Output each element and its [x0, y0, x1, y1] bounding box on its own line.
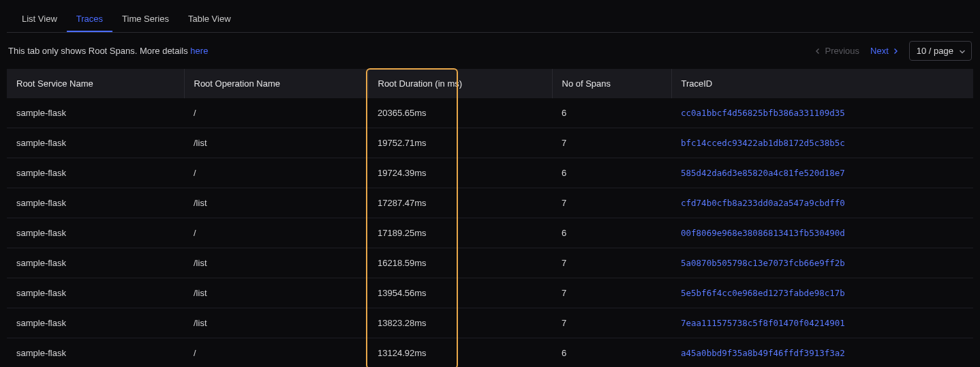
next-button[interactable]: Next	[870, 46, 898, 56]
chevron-down-icon	[959, 48, 964, 54]
cell-operation: /list	[184, 248, 368, 278]
cell-service: sample-flask	[7, 158, 184, 188]
cell-service: sample-flask	[7, 128, 184, 158]
info-bar: This tab only shows Root Spans. More det…	[7, 33, 973, 69]
cell-traceid: bfc14ccedc93422ab1db8172d5c38b5c	[671, 128, 973, 158]
header-traceid[interactable]: TraceID	[671, 69, 973, 98]
chevron-right-icon	[893, 48, 898, 54]
trace-link[interactable]: bfc14ccedc93422ab1db8172d5c38b5c	[681, 138, 845, 148]
table-row[interactable]: sample-flask/20365.65ms6cc0a1bbcf4d56825…	[7, 98, 973, 128]
trace-link[interactable]: 5a0870b505798c13e7073fcb66e9ff2b	[681, 258, 845, 268]
table-row[interactable]: sample-flask/list13823.28ms77eaa11157573…	[7, 308, 973, 338]
cell-operation: /list	[184, 188, 368, 218]
cell-spans: 7	[552, 128, 671, 158]
cell-spans: 6	[552, 218, 671, 248]
cell-spans: 7	[552, 248, 671, 278]
info-text-content: This tab only shows Root Spans. More det…	[8, 46, 190, 56]
table-header-row: Root Service Name Root Operation Name Ro…	[7, 69, 973, 98]
tab-traces[interactable]: Traces	[67, 7, 112, 32]
cell-duration: 16218.59ms	[368, 248, 552, 278]
cell-duration: 17287.47ms	[368, 188, 552, 218]
cell-operation: /list	[184, 128, 368, 158]
cell-spans: 7	[552, 188, 671, 218]
cell-duration: 19752.71ms	[368, 128, 552, 158]
trace-link[interactable]: 5e5bf6f4cc0e968ed1273fabde98c17b	[681, 288, 845, 298]
traces-table: Root Service Name Root Operation Name Ro…	[7, 69, 973, 367]
table-row[interactable]: sample-flask/list13954.56ms75e5bf6f4cc0e…	[7, 278, 973, 308]
cell-operation: /list	[184, 308, 368, 338]
cell-traceid: cc0a1bbcf4d56825bfb386a331109d35	[671, 98, 973, 128]
trace-link[interactable]: cfd74b0cfb8a233dd0a2a547a9cbdff0	[681, 198, 845, 208]
cell-duration: 13954.56ms	[368, 278, 552, 308]
table-row[interactable]: sample-flask/list19752.71ms7bfc14ccedc93…	[7, 128, 973, 158]
page-size-select[interactable]: 10 / page	[909, 41, 972, 61]
tabs-bar: List View Traces Time Series Table View	[7, 7, 973, 33]
info-link[interactable]: here	[190, 46, 208, 56]
table-row[interactable]: sample-flask/list16218.59ms75a0870b50579…	[7, 248, 973, 278]
cell-operation: /list	[184, 278, 368, 308]
tab-list-view[interactable]: List View	[12, 7, 67, 32]
cell-spans: 7	[552, 278, 671, 308]
prev-button: Previous	[815, 46, 859, 56]
cell-operation: /	[184, 98, 368, 128]
cell-traceid: 00f8069e968e38086813413fb530490d	[671, 218, 973, 248]
cell-traceid: 5e5bf6f4cc0e968ed1273fabde98c17b	[671, 278, 973, 308]
trace-link[interactable]: a45a0bbd9f35a8b49f46ffdf3913f3a2	[681, 348, 845, 358]
cell-service: sample-flask	[7, 308, 184, 338]
info-text: This tab only shows Root Spans. More det…	[8, 46, 208, 56]
page-size-label: 10 / page	[917, 46, 953, 56]
tab-time-series[interactable]: Time Series	[112, 7, 179, 32]
trace-link[interactable]: 585d42da6d3e85820a4c81fe520d18e7	[681, 168, 845, 178]
cell-operation: /	[184, 338, 368, 368]
cell-traceid: 7eaa111575738c5f8f01470f04214901	[671, 308, 973, 338]
header-no-of-spans[interactable]: No of Spans	[552, 69, 671, 98]
cell-spans: 6	[552, 98, 671, 128]
cell-traceid: 5a0870b505798c13e7073fcb66e9ff2b	[671, 248, 973, 278]
cell-service: sample-flask	[7, 278, 184, 308]
cell-duration: 17189.25ms	[368, 218, 552, 248]
table-row[interactable]: sample-flask/13124.92ms6a45a0bbd9f35a8b4…	[7, 338, 973, 368]
cell-duration: 20365.65ms	[368, 98, 552, 128]
cell-spans: 7	[552, 308, 671, 338]
cell-service: sample-flask	[7, 338, 184, 368]
cell-service: sample-flask	[7, 248, 184, 278]
table-row[interactable]: sample-flask/list17287.47ms7cfd74b0cfb8a…	[7, 188, 973, 218]
tab-table-view[interactable]: Table View	[179, 7, 241, 32]
next-label: Next	[870, 46, 889, 56]
chevron-left-icon	[815, 48, 821, 54]
header-root-duration[interactable]: Root Duration (in ms)	[368, 69, 552, 98]
prev-label: Previous	[825, 46, 859, 56]
cell-service: sample-flask	[7, 98, 184, 128]
cell-traceid: cfd74b0cfb8a233dd0a2a547a9cbdff0	[671, 188, 973, 218]
cell-spans: 6	[552, 338, 671, 368]
table-row[interactable]: sample-flask/19724.39ms6585d42da6d3e8582…	[7, 158, 973, 188]
cell-duration: 13823.28ms	[368, 308, 552, 338]
cell-operation: /	[184, 218, 368, 248]
cell-traceid: a45a0bbd9f35a8b49f46ffdf3913f3a2	[671, 338, 973, 368]
table-row[interactable]: sample-flask/17189.25ms600f8069e968e3808…	[7, 218, 973, 248]
trace-link[interactable]: 7eaa111575738c5f8f01470f04214901	[681, 318, 845, 328]
cell-duration: 13124.92ms	[368, 338, 552, 368]
trace-link[interactable]: cc0a1bbcf4d56825bfb386a331109d35	[681, 108, 845, 118]
cell-service: sample-flask	[7, 188, 184, 218]
cell-operation: /	[184, 158, 368, 188]
cell-service: sample-flask	[7, 218, 184, 248]
cell-spans: 6	[552, 158, 671, 188]
trace-link[interactable]: 00f8069e968e38086813413fb530490d	[681, 228, 845, 238]
header-root-service-name[interactable]: Root Service Name	[7, 69, 184, 98]
cell-duration: 19724.39ms	[368, 158, 552, 188]
header-root-operation-name[interactable]: Root Operation Name	[184, 69, 368, 98]
cell-traceid: 585d42da6d3e85820a4c81fe520d18e7	[671, 158, 973, 188]
